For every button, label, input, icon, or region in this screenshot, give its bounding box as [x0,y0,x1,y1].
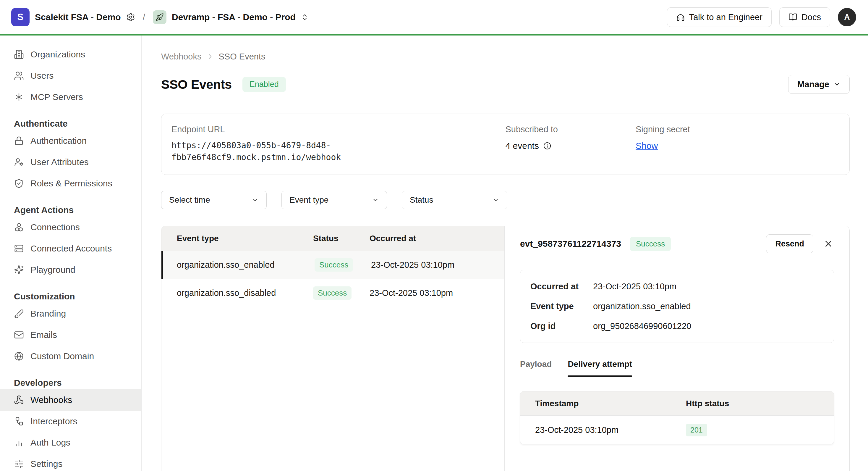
filters-row: Select time Event type Status [161,191,850,209]
endpoint-url-label: Endpoint URL [172,124,505,134]
info-label: Org id [530,321,593,331]
filter-label: Select time [169,195,210,205]
sidebar-item-settings[interactable]: Settings [0,453,141,471]
sidebar-item-label: Roles & Permissions [30,178,112,188]
table-row-sso-enabled[interactable]: organization.sso_enabled Success 23-Oct-… [161,251,504,279]
talk-to-engineer-button[interactable]: Talk to an Engineer [667,7,772,27]
delivery-table-header: Timestamp Http status [520,391,834,416]
tab-payload[interactable]: Payload [520,359,552,376]
event-id: evt_95873761122714373 [520,239,621,249]
sidebar-item-connected-accounts[interactable]: Connected Accounts [0,238,141,259]
mcp-servers-icon [14,92,24,102]
show-secret-link[interactable]: Show [636,141,658,151]
sidebar-section-developers: Developers [0,376,141,389]
sidebar-item-roles-permissions[interactable]: Roles & Permissions [0,173,141,194]
sidebar-item-playground[interactable]: Playground [0,259,141,281]
events-table-header: Event type Status Occurred at [161,226,504,251]
table-row-sso-disabled[interactable]: organization.sso_disabled Success 23-Oct… [161,279,504,307]
main-content: Webhooks SSO Events SSO Events Enabled M… [142,35,868,471]
sidebar-item-label: User Attributes [30,157,89,167]
sidebar-item-label: Organizations [30,50,85,59]
docs-button[interactable]: Docs [779,7,830,27]
info-row-event-type: Event type organization.sso_enabled [530,296,824,316]
column-http-status: Http status [686,399,834,408]
column-status: Status [313,234,370,243]
chevron-right-icon [206,53,214,60]
subscribed-value: 4 events [505,141,539,151]
sidebar-item-label: Playground [30,265,75,275]
info-value: organization.sso_enabled [593,301,691,311]
workspace-name[interactable]: Scalekit FSA - Demo [35,12,121,22]
event-info-box: Occurred at 23-Oct-2025 03:10pm Event ty… [520,270,834,343]
filter-event-type[interactable]: Event type [281,191,387,209]
breadcrumb-webhooks[interactable]: Webhooks [161,52,202,62]
sidebar-item-mcp-servers[interactable]: MCP Servers [0,86,141,108]
sidebar-item-label: Branding [30,308,66,319]
sidebar-item-label: Webhooks [30,395,72,405]
sidebar-item-connections[interactable]: Connections [0,216,141,238]
delivery-attempts-table: Timestamp Http status 23-Oct-2025 03:10p… [520,391,834,444]
sidebar-item-branding[interactable]: Branding [0,303,141,324]
path-separator: / [143,12,145,22]
breadcrumb: Webhooks SSO Events [161,52,850,62]
page-title: SSO Events [161,77,232,92]
resend-button[interactable]: Resend [766,234,813,253]
book-open-icon [788,13,797,22]
column-occurred-at: Occurred at [370,234,504,243]
events-card: Event type Status Occurred at organizati… [161,226,850,471]
chevrons-up-down-icon [301,13,309,21]
avatar-letter: A [844,13,850,22]
mail-icon [14,330,24,340]
filter-status[interactable]: Status [402,191,507,209]
sliders-icon [14,459,24,469]
success-badge: Success [313,286,351,300]
detail-tabs: Payload Delivery attempt [520,359,834,376]
cell-event-type: organization.sso_disabled [161,288,313,298]
endpoint-url-line1: https://405803a0-055b-4679-8d48- [172,140,505,151]
sidebar-item-label: Connected Accounts [30,243,112,254]
sidebar-item-label: Users [30,71,54,81]
top-bar-right: Talk to an Engineer Docs A [667,7,856,27]
cell-http-status: 201 [686,424,834,436]
sidebar-item-custom-domain[interactable]: Custom Domain [0,346,141,367]
sidebar-item-label: Auth Logs [30,438,70,448]
interceptors-icon [14,416,24,426]
sidebar-item-user-attributes[interactable]: User Attributes [0,151,141,173]
info-icon[interactable] [543,142,551,150]
scalekit-logo[interactable]: S [11,8,30,26]
breadcrumb-current: SSO Events [219,52,266,62]
info-row-org-id: Org id org_95026846990601220 [530,316,824,336]
sidebar-item-interceptors[interactable]: Interceptors [0,411,141,432]
cell-status: Success [313,286,370,300]
workspace-settings-gear-icon[interactable] [126,13,135,22]
sidebar-item-label: Custom Domain [30,351,94,361]
user-avatar[interactable]: A [838,8,856,26]
sidebar-item-webhooks[interactable]: Webhooks [0,389,141,411]
sidebar-item-label: Interceptors [30,416,77,426]
filter-label: Status [410,195,433,205]
sidebar-item-auth-logs[interactable]: Auth Logs [0,432,141,453]
sidebar-item-users[interactable]: Users [0,65,141,86]
boxes-icon [14,222,24,232]
cell-event-type: organization.sso_enabled [163,260,315,270]
tab-delivery-attempt[interactable]: Delivery attempt [568,359,632,376]
info-row-occurred-at: Occurred at 23-Oct-2025 03:10pm [530,276,824,296]
info-label: Occurred at [530,282,593,291]
project-switcher[interactable]: Devramp - FSA - Demo - Prod [153,10,309,24]
sidebar-item-organizations[interactable]: Organizations [0,44,141,65]
filter-select-time[interactable]: Select time [161,191,267,209]
sidebar-item-label: MCP Servers [30,92,83,102]
headphones-icon [676,13,685,22]
logo-letter: S [18,12,24,23]
info-value: 23-Oct-2025 03:10pm [593,282,676,291]
subscribed-value-row: 4 events [505,141,636,151]
sidebar-item-emails[interactable]: Emails [0,324,141,346]
sidebar-item-authentication[interactable]: Authentication [0,130,141,151]
event-detail-panel: evt_95873761122714373 Success Resend Occ… [505,226,849,471]
users-icon [14,71,24,81]
sidebar-item-label: Emails [30,330,57,340]
close-icon[interactable] [823,238,834,249]
talk-to-engineer-label: Talk to an Engineer [689,12,763,22]
sidebar-item-label: Settings [30,459,62,469]
manage-button[interactable]: Manage [788,75,850,94]
